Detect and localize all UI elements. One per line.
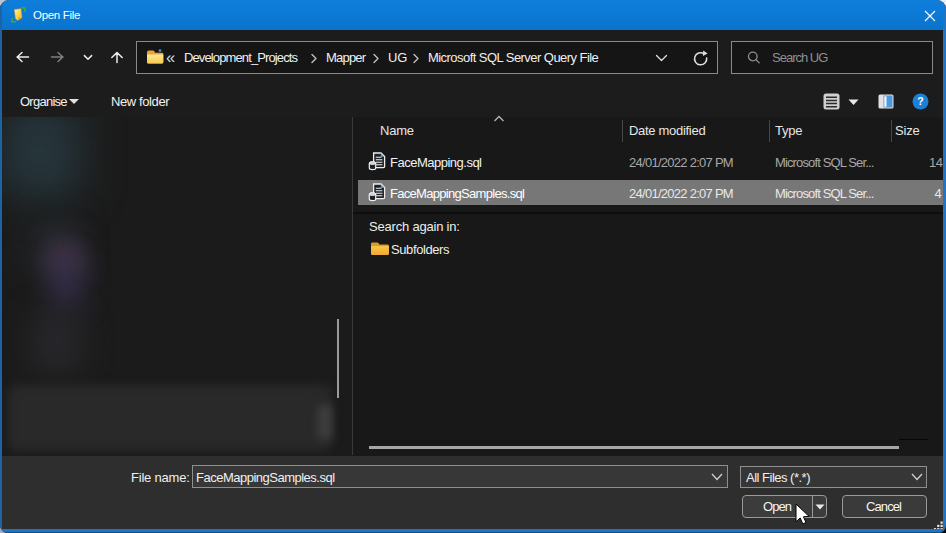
svg-text:?: ? — [917, 95, 923, 107]
